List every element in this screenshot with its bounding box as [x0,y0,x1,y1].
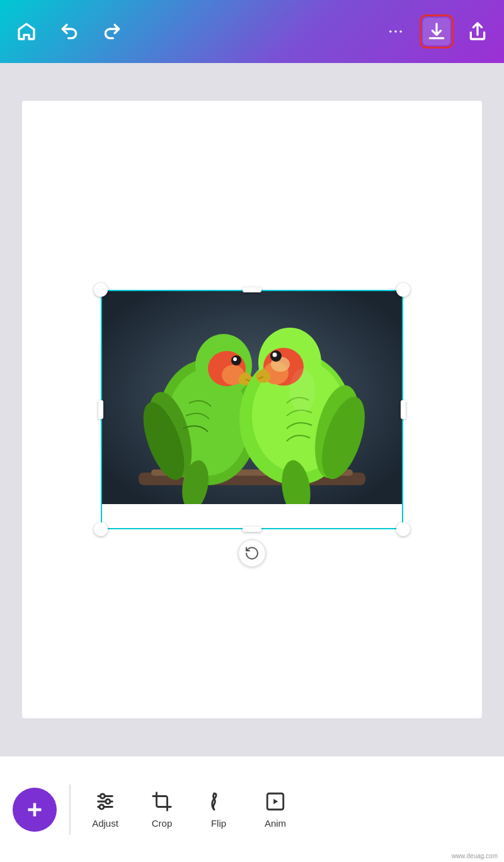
handle-top-right[interactable] [396,283,410,297]
svg-point-1 [394,30,397,33]
watermark: www.deuag.com [452,853,498,859]
top-bar [0,0,504,63]
undo-button[interactable] [55,18,83,45]
canvas-card[interactable] [22,101,482,718]
svg-point-40 [106,799,110,803]
svg-point-20 [233,357,237,361]
tool-animate[interactable]: Anim [247,790,304,829]
handle-left-edge[interactable] [98,400,103,419]
handle-right-edge[interactable] [401,400,406,419]
bottom-toolbar: Adjust Crop Flip [0,756,504,862]
handle-bottom-edge[interactable] [243,527,261,532]
handle-top-left[interactable] [94,283,108,297]
top-bar-right [382,14,491,49]
adjust-label: Adjust [92,818,118,829]
download-button[interactable] [423,18,450,45]
svg-point-39 [100,794,105,798]
svg-point-0 [389,30,392,33]
handle-bottom-left[interactable] [94,522,108,536]
svg-point-41 [100,805,104,809]
svg-point-2 [399,30,402,33]
crop-label: Crop [152,818,173,829]
more-options-button[interactable] [382,18,410,45]
top-bar-left [13,18,126,45]
home-button[interactable] [13,18,40,45]
tool-flip[interactable]: Flip [190,790,247,829]
canvas-area [0,63,504,756]
svg-point-32 [273,353,277,357]
tool-adjust[interactable]: Adjust [77,790,134,829]
adjust-icon [94,790,117,813]
svg-point-33 [290,369,315,413]
share-button[interactable] [464,18,491,45]
toolbar-tools: Adjust Crop Flip [77,790,498,829]
parrot-image[interactable] [101,290,403,504]
animate-icon [264,790,287,813]
flip-icon [207,790,230,813]
rotate-handle[interactable] [238,539,266,567]
crop-icon [151,790,173,813]
flip-label: Flip [211,818,226,829]
handle-bottom-right[interactable] [396,522,410,536]
toolbar-divider [69,784,71,835]
image-selection-container[interactable] [101,290,403,529]
add-button[interactable] [13,788,57,832]
handle-top-edge[interactable] [243,287,261,292]
download-button-wrapper [420,14,454,49]
animate-label: Anim [265,818,286,829]
redo-button[interactable] [98,18,126,45]
tool-crop[interactable]: Crop [134,790,190,829]
